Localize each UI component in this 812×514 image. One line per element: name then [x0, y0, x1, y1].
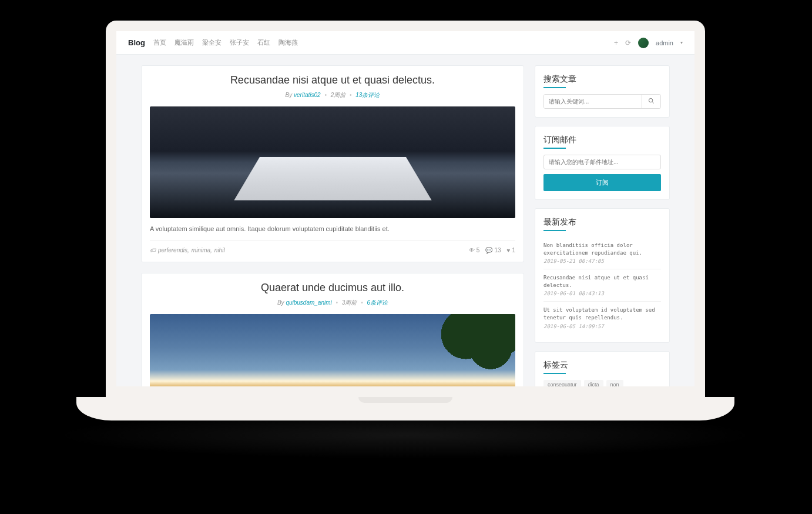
recent-title: Ut sit voluptatem id voluptatem sed tene…: [543, 306, 661, 321]
nav-link-home[interactable]: 首页: [153, 38, 166, 47]
caret-icon[interactable]: ▾: [680, 40, 683, 45]
avatar[interactable]: [638, 38, 649, 48]
tag-link[interactable]: perferendis,: [158, 247, 189, 253]
laptop-base: [76, 397, 734, 420]
user-name[interactable]: admin: [656, 39, 673, 46]
post-author[interactable]: veritatis02: [294, 92, 321, 98]
search-icon: [648, 98, 655, 104]
post-card: Recusandae nisi atque ut et quasi delect…: [141, 65, 524, 262]
brand[interactable]: Blog: [128, 38, 145, 47]
nav-link-1[interactable]: 魔滋雨: [175, 38, 194, 47]
recent-date: 2019-06-05 14:09:57: [543, 323, 661, 329]
search-input[interactable]: [544, 95, 642, 108]
post-card: Quaerat unde ducimus aut illo. By quibus…: [141, 273, 524, 386]
widget-title: 搜索文章: [543, 74, 661, 88]
comment-count: 13: [494, 247, 501, 253]
email-input[interactable]: [543, 155, 661, 169]
post-comments-link[interactable]: 6条评论: [367, 299, 388, 306]
screen-bezel: Blog 首页 魔滋雨 梁全安 张子安 石红 陶海燕 + ⟳ admin ▾: [106, 21, 705, 397]
post-excerpt: A voluptatem similique aut omnis. Itaque…: [150, 225, 515, 232]
recent-widget: 最新发布 Non blanditiis officia dolor exerci…: [535, 208, 670, 343]
eye-icon: 👁: [469, 247, 475, 253]
svg-point-0: [649, 98, 652, 102]
tag-link[interactable]: nihil: [214, 247, 225, 253]
app-screen: Blog 首页 魔滋雨 梁全安 张子安 石红 陶海燕 + ⟳ admin ▾: [116, 31, 694, 386]
post-tags: 🏷 perferendis, minima, nihil: [150, 247, 225, 253]
recent-item[interactable]: Ut sit voluptatem id voluptatem sed tene…: [543, 302, 661, 333]
post-meta: By quibusdam_animi • 3周前 • 6条评论: [150, 299, 515, 307]
post-title[interactable]: Quaerat unde ducimus aut illo.: [150, 282, 515, 294]
like-count: 1: [512, 247, 515, 253]
widget-title: 标签云: [543, 360, 661, 374]
navbar: Blog 首页 魔滋雨 梁全安 张子安 石红 陶海燕 + ⟳ admin ▾: [116, 31, 694, 55]
plus-icon[interactable]: +: [614, 39, 618, 47]
recent-title: Non blanditiis officia dolor exercitatio…: [543, 242, 661, 256]
nav-link-3[interactable]: 张子安: [230, 38, 249, 47]
nav-link-4[interactable]: 石红: [257, 38, 270, 47]
recent-date: 2019-05-21 00:47:05: [543, 258, 661, 264]
widget-title: 订阅邮件: [543, 135, 661, 149]
by-label: By: [277, 299, 284, 306]
comment-icon: 💬: [485, 247, 492, 253]
main-column: Recusandae nisi atque ut et quasi delect…: [141, 65, 524, 386]
search-widget: 搜索文章: [535, 65, 670, 118]
tag-link[interactable]: consequatur: [543, 380, 581, 386]
widget-title: 最新发布: [543, 217, 661, 231]
nav-link-5[interactable]: 陶海燕: [279, 38, 298, 47]
search-button[interactable]: [642, 95, 660, 108]
by-label: By: [286, 92, 293, 98]
recent-item[interactable]: Recusandae nisi atque ut et quasi delect…: [543, 269, 661, 302]
tag-link[interactable]: non: [606, 380, 623, 386]
tag-icon: 🏷: [150, 247, 156, 253]
recent-date: 2019-06-01 08:43:13: [543, 291, 661, 296]
post-image[interactable]: [150, 314, 515, 386]
view-count: 5: [477, 247, 480, 253]
sidebar: 搜索文章 订阅邮件 订阅 最新发布: [535, 65, 670, 386]
tagcloud-widget: 标签云 consequaturdictanonrepellendusnihilp…: [535, 351, 670, 386]
subscribe-widget: 订阅邮件 订阅: [535, 126, 670, 200]
post-time: 3周前: [342, 299, 357, 306]
post-author[interactable]: quibusdam_animi: [286, 299, 331, 306]
laptop-frame: Blog 首页 魔滋雨 梁全安 张子安 石红 陶海燕 + ⟳ admin ▾: [106, 21, 705, 420]
post-meta: By veritatis02 • 2周前 • 13条评论: [150, 91, 515, 99]
post-time: 2周前: [331, 92, 346, 98]
post-title[interactable]: Recusandae nisi atque ut et quasi delect…: [150, 74, 515, 86]
svg-line-1: [652, 102, 654, 104]
recent-title: Recusandae nisi atque ut et quasi delect…: [543, 274, 661, 289]
heart-icon[interactable]: ♥: [507, 247, 511, 253]
post-image[interactable]: [150, 106, 515, 218]
subscribe-button[interactable]: 订阅: [543, 174, 661, 191]
recent-item[interactable]: Non blanditiis officia dolor exercitatio…: [543, 237, 661, 269]
tag-link[interactable]: dicta: [584, 380, 603, 386]
refresh-icon[interactable]: ⟳: [625, 39, 631, 47]
tag-link[interactable]: minima,: [192, 247, 212, 253]
post-comments-link[interactable]: 13条评论: [355, 92, 380, 98]
nav-link-2[interactable]: 梁全安: [202, 38, 222, 47]
